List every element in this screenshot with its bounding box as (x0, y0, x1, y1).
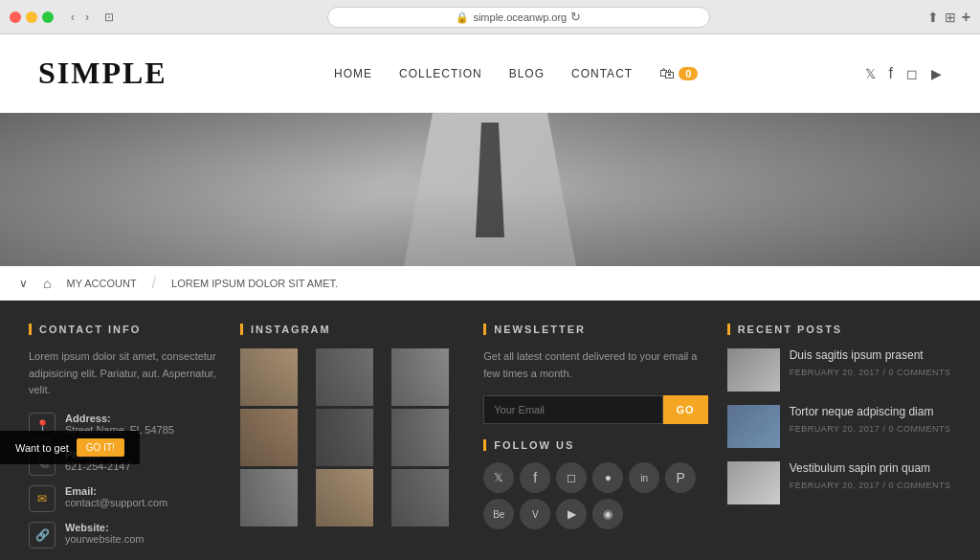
twitter-icon[interactable]: 𝕏 (865, 66, 876, 81)
post-title-3[interactable]: Vestibulum sapin prin quam (790, 461, 951, 477)
browser-actions: ⬆ ⊞ + (927, 9, 970, 26)
got-it-button[interactable]: GO IT! (77, 438, 124, 457)
tl-yellow[interactable] (26, 11, 37, 23)
forward-button[interactable]: › (81, 9, 93, 26)
header-social-icons: 𝕏 f ◻ ▶ (865, 65, 942, 82)
email-value: contact@support.com (65, 497, 167, 508)
tl-red[interactable] (10, 11, 21, 23)
insta-thumb-9[interactable] (391, 469, 449, 526)
email-icon: ✉ (37, 492, 47, 505)
post-item-3: Vestibulum sapin prin quam FEBRUARY 20, … (727, 461, 951, 504)
insta-thumb-3[interactable] (391, 348, 449, 406)
site-header: SIMPLE HOME COLLECTION BLOG CONTACT 🛍 0 … (0, 34, 980, 113)
recent-posts-col: RECENT POSTS Duis sagitis ipsum prasent … (727, 324, 951, 558)
post-thumb-3[interactable] (727, 461, 780, 504)
follow-dribbble[interactable]: ● (592, 462, 623, 493)
share-button[interactable]: ⬆ (927, 9, 939, 26)
social-grid: 𝕏 f ◻ ● in P Be V ▶ ◉ (483, 462, 707, 529)
new-tab-button[interactable]: + (962, 9, 970, 26)
instagram-col: INSTAGRAM (240, 324, 464, 558)
link-icon: 🔗 (35, 528, 50, 542)
post-title-2[interactable]: Tortor neque adpiscing diam (790, 405, 951, 420)
go-button[interactable]: GO (663, 395, 708, 424)
follow-youtube[interactable]: ▶ (556, 499, 587, 529)
follow-pinterest[interactable]: P (665, 462, 696, 493)
insta-thumb-5[interactable] (316, 409, 373, 466)
duplicate-button[interactable]: ⊞ (945, 9, 956, 26)
insta-thumb-7[interactable] (240, 469, 298, 526)
overlay-panel: Want to get GO IT! (0, 431, 140, 464)
follow-twitter[interactable]: 𝕏 (483, 462, 514, 493)
newsletter-col: NEWSLETTER Get all latest content delive… (483, 324, 707, 558)
post-thumb-1[interactable] (727, 348, 780, 392)
post-item-2: Tortor neque adpiscing diam FEBRUARY 20,… (727, 405, 951, 448)
follow-us-title: FOLLOW US (483, 439, 707, 451)
post-meta-2: FEBRUARY 20, 2017 / 0 COMMENTS (790, 424, 951, 434)
post-item-1: Duis sagitis ipsum prasent FEBRUARY 20, … (727, 348, 951, 392)
nav-collection[interactable]: COLLECTION (399, 67, 482, 80)
post-meta-1: FEBRUARY 20, 2017 / 0 COMMENTS (790, 368, 951, 377)
hero-image (0, 113, 980, 266)
address-bar[interactable]: 🔒 simple.oceanwp.org ↻ (327, 7, 710, 28)
post-date-1: FEBRUARY 20, 2017 (790, 368, 880, 377)
nav-blog[interactable]: BLOG (509, 67, 545, 80)
website-label: Website: (65, 522, 145, 533)
post-comments-3: 0 COMMENTS (888, 481, 950, 490)
email-form: GO (483, 395, 707, 424)
my-account-link[interactable]: MY ACCOUNT (66, 278, 136, 289)
follow-vimeo[interactable]: V (520, 499, 550, 529)
cart-area[interactable]: 🛍 0 (659, 65, 698, 82)
overlay-text: Want to get (15, 442, 69, 454)
contact-info-desc: Lorem ipsum dolor sit amet, consectetur … (29, 348, 221, 399)
instagram-icon[interactable]: ◻ (906, 66, 918, 81)
tab-icon[interactable]: ⊡ (100, 9, 118, 26)
newsletter-title: NEWSLETTER (483, 324, 707, 335)
follow-linkedin[interactable]: in (629, 462, 659, 493)
insta-thumb-2[interactable] (316, 348, 373, 406)
follow-rss[interactable]: ◉ (592, 499, 623, 529)
email-label: Email: (65, 485, 167, 497)
cart-badge: 0 (679, 67, 698, 80)
url-text: simple.oceanwp.org (473, 7, 567, 28)
contact-email: ✉ Email: contact@support.com (29, 485, 221, 512)
back-button[interactable]: ‹ (67, 9, 78, 26)
insta-thumb-1[interactable] (240, 348, 298, 406)
post-meta-3: FEBRUARY 20, 2017 / 0 COMMENTS (790, 481, 951, 490)
home-icon[interactable]: ⌂ (43, 276, 51, 291)
contact-info-title: CONTACT INFO (29, 324, 221, 335)
follow-behance[interactable]: Be (483, 499, 514, 529)
post-thumb-2[interactable] (727, 405, 780, 448)
facebook-icon[interactable]: f (889, 65, 893, 82)
follow-instagram[interactable]: ◻ (556, 462, 587, 493)
lock-icon: 🔒 (456, 7, 469, 28)
instagram-grid (240, 348, 464, 526)
tl-green[interactable] (42, 11, 54, 23)
chevron-down-icon[interactable]: ∨ (19, 277, 28, 290)
logo[interactable]: SIMPLE (38, 56, 167, 91)
youtube-icon[interactable]: ▶ (931, 66, 942, 81)
post-date-2: FEBRUARY 20, 2017 (790, 424, 880, 434)
email-input[interactable] (483, 395, 662, 424)
browser-chrome: ‹ › ⊡ 🔒 simple.oceanwp.org ↻ ⬆ ⊞ + (0, 0, 980, 34)
traffic-lights (10, 11, 54, 23)
instagram-title: INSTAGRAM (240, 324, 464, 335)
nav-arrows: ‹ › (67, 9, 93, 26)
nav-contact[interactable]: CONTACT (571, 67, 633, 80)
website-icon-box: 🔗 (29, 522, 56, 549)
reload-button[interactable]: ↻ (570, 10, 581, 24)
email-icon-box: ✉ (29, 485, 56, 512)
contact-website: 🔗 Website: yourwebsite.com (29, 522, 221, 549)
insta-thumb-4[interactable] (240, 409, 298, 466)
insta-thumb-6[interactable] (391, 409, 449, 466)
toolbar: ∨ ⌂ MY ACCOUNT / LOREM IPSUM DOLOR SIT A… (0, 266, 980, 301)
post-title-1[interactable]: Duis sagitis ipsum prasent (790, 348, 951, 364)
insta-thumb-8[interactable] (316, 469, 373, 526)
cart-icon: 🛍 (659, 65, 675, 82)
post-comments-2: 0 COMMENTS (888, 424, 950, 434)
footer-content: CONTACT INFO Lorem ipsum dolor sit amet,… (0, 301, 980, 560)
post-comments-1: 0 COMMENTS (888, 368, 950, 377)
website-value: yourwebsite.com (65, 533, 145, 545)
follow-facebook[interactable]: f (520, 462, 550, 493)
nav-home[interactable]: HOME (334, 67, 372, 80)
recent-posts-title: RECENT POSTS (727, 324, 951, 335)
